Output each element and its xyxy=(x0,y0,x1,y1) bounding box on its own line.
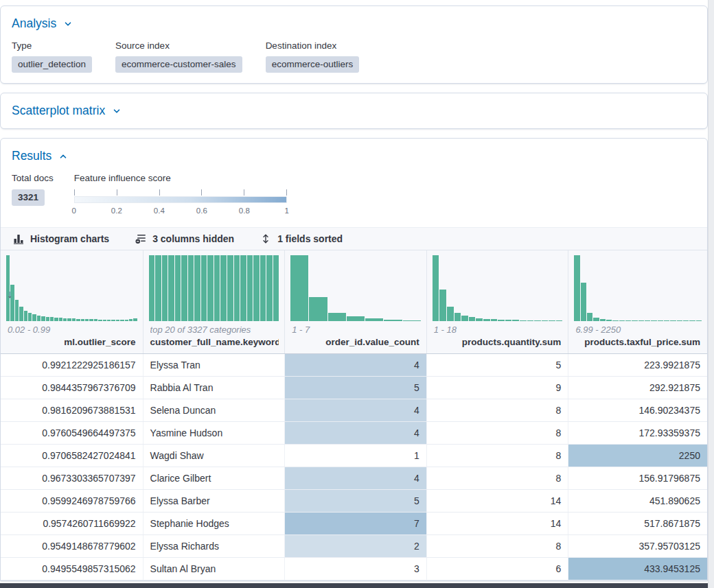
cell-name[interactable]: Clarice Gilbert xyxy=(143,467,286,489)
cell-score[interactable]: 0.9844357967376709 xyxy=(1,377,143,399)
column-header-qty[interactable]: 1 - 18products.quantity.sum xyxy=(427,250,569,353)
histogram-bar xyxy=(328,313,346,321)
analysis-field-0: Typeoutlier_detection xyxy=(12,40,92,73)
cell-orders[interactable]: 1 xyxy=(285,445,427,467)
analysis-fields: Typeoutlier_detectionSource indexecommer… xyxy=(12,40,696,73)
cell-price[interactable]: 357.95703125 xyxy=(568,535,707,557)
results-section-toggle[interactable]: Results xyxy=(12,149,68,163)
cell-orders[interactable]: 3 xyxy=(285,558,427,580)
table-row: 0.9574260711669922Stephanie Hodges714517… xyxy=(1,513,707,535)
histogram-name xyxy=(149,255,279,321)
cell-price[interactable]: 451.890625 xyxy=(568,490,707,512)
cell-name[interactable]: Rabbia Al Tran xyxy=(143,377,286,399)
grid-horizontal-scrollbar[interactable] xyxy=(0,583,708,588)
cell-orders[interactable]: 4 xyxy=(285,354,427,376)
histogram-bar xyxy=(469,317,476,321)
cell-orders[interactable]: 5 xyxy=(285,490,427,512)
histogram-bar xyxy=(689,320,695,321)
cell-orders[interactable]: 4 xyxy=(285,467,427,489)
cell-orders[interactable]: 4 xyxy=(285,399,427,421)
column-header-name[interactable]: top 20 of 3327 categoriescustomer_full_n… xyxy=(143,250,286,353)
histogram-charts-button[interactable]: Histogram charts xyxy=(13,233,109,244)
legend-tick-label: 0.4 xyxy=(154,207,165,215)
cell-price[interactable]: 517.8671875 xyxy=(568,513,707,534)
analysis-field-2: Destination indexecommerce-outliers xyxy=(266,40,360,73)
cell-price[interactable]: 223.9921875 xyxy=(568,354,707,376)
analysis-section-toggle[interactable]: Analysis xyxy=(12,16,73,31)
cell-name[interactable]: Sultan Al Bryan xyxy=(143,558,286,580)
histogram-bar xyxy=(24,311,27,321)
histogram-price xyxy=(574,255,702,321)
scatterplot-title: Scatterplot matrix xyxy=(12,104,105,118)
field-value-badge: ecommerce-outliers xyxy=(266,56,360,73)
cell-name[interactable]: Elyssa Barber xyxy=(143,490,286,512)
scatterplot-section-toggle[interactable]: Scatterplot matrix xyxy=(12,104,122,118)
feature-influence-legend: Feature influence score 00.20.40.60.81 xyxy=(74,173,287,217)
cell-name[interactable]: Selena Duncan xyxy=(143,399,286,421)
cell-score[interactable]: 0.9921222925186157 xyxy=(1,354,143,376)
column-range: 0.02 - 0.99 xyxy=(8,325,136,335)
histogram-bar xyxy=(63,318,67,321)
cell-qty[interactable]: 8 xyxy=(427,422,569,444)
field-label: Destination index xyxy=(266,40,360,51)
histogram-bar xyxy=(247,255,253,321)
page-vertical-scrollbar[interactable] xyxy=(708,0,714,588)
cell-score[interactable]: 0.9706582427024841 xyxy=(1,445,143,467)
cell-qty[interactable]: 6 xyxy=(427,558,569,580)
cell-price[interactable]: 292.921875 xyxy=(568,377,707,399)
cell-qty[interactable]: 14 xyxy=(427,490,569,512)
histogram-bar xyxy=(651,320,656,321)
histogram-bar xyxy=(94,319,97,321)
column-range: 6.99 - 2250 xyxy=(575,325,700,335)
legend-tick xyxy=(244,189,244,196)
cell-orders[interactable]: 4 xyxy=(285,422,427,444)
table-row: 0.9599246978759766Elyssa Barber514451.89… xyxy=(1,490,707,513)
column-name: customer_full_name.keyword xyxy=(149,336,279,353)
legend-tick xyxy=(286,189,287,196)
column-header-price[interactable]: 6.99 - 2250products.taxful_price.sum xyxy=(568,250,707,353)
column-name: products.quantity.sum xyxy=(433,336,563,353)
cell-qty[interactable]: 8 xyxy=(427,399,569,421)
cell-qty[interactable]: 8 xyxy=(427,445,569,467)
cell-score[interactable]: 0.9673303365707397 xyxy=(1,467,143,489)
cell-name[interactable]: Stephanie Hodges xyxy=(143,513,286,534)
histogram-bar xyxy=(201,255,207,321)
cell-qty[interactable]: 5 xyxy=(427,354,569,376)
chevron-down-icon xyxy=(112,106,122,116)
cell-score[interactable]: 0.9816209673881531 xyxy=(1,399,143,421)
histogram-bar xyxy=(133,318,137,321)
histogram-bar xyxy=(542,320,549,321)
cell-qty[interactable]: 8 xyxy=(427,535,569,557)
histogram-bar xyxy=(403,320,421,321)
columns-hidden-button[interactable]: 3 columns hidden xyxy=(135,233,234,244)
histogram-bar xyxy=(103,320,106,321)
cell-score[interactable]: 0.9495549857315062 xyxy=(1,558,143,580)
legend-tick xyxy=(74,189,75,196)
cell-price[interactable]: 156.91796875 xyxy=(568,467,707,489)
cell-name[interactable]: Wagdi Shaw xyxy=(143,445,286,467)
cell-price[interactable]: 2250 xyxy=(568,445,707,467)
results-panel: Results Total docs 3321 Feature influenc… xyxy=(0,138,708,581)
cell-price[interactable]: 433.9453125 xyxy=(568,558,707,580)
column-header-orders[interactable]: 1 - 7order_id.value_count xyxy=(285,250,427,353)
cell-qty[interactable]: 9 xyxy=(427,377,569,399)
cell-score[interactable]: 0.9760549664497375 xyxy=(1,422,143,444)
cell-price[interactable]: 172.93359375 xyxy=(568,422,707,444)
table-row: 0.9844357967376709Rabbia Al Tran59292.92… xyxy=(1,377,707,399)
cell-score[interactable]: 0.9574260711669922 xyxy=(1,513,143,534)
cell-price[interactable]: 146.90234375 xyxy=(568,399,707,421)
cell-qty[interactable]: 8 xyxy=(427,467,569,489)
fields-sorted-button[interactable]: 1 fields sorted xyxy=(260,233,343,244)
cell-score[interactable]: 0.9549148678779602 xyxy=(1,535,143,557)
cell-orders[interactable]: 2 xyxy=(285,535,427,557)
cell-orders[interactable]: 5 xyxy=(285,377,427,399)
cell-score[interactable]: 0.9599246978759766 xyxy=(1,490,143,512)
cell-name[interactable]: Yasmine Hudson xyxy=(143,422,286,444)
cell-name[interactable]: Elyssa Tran xyxy=(143,354,286,376)
histogram-bar xyxy=(491,319,498,321)
cell-orders[interactable]: 7 xyxy=(285,513,427,534)
histogram-bar xyxy=(574,255,579,321)
cell-qty[interactable]: 14 xyxy=(427,513,569,534)
column-header-score[interactable]: 0.02 - 0.99ml.outlier_score↓ xyxy=(1,250,143,353)
cell-name[interactable]: Elyssa Richards xyxy=(143,535,286,557)
